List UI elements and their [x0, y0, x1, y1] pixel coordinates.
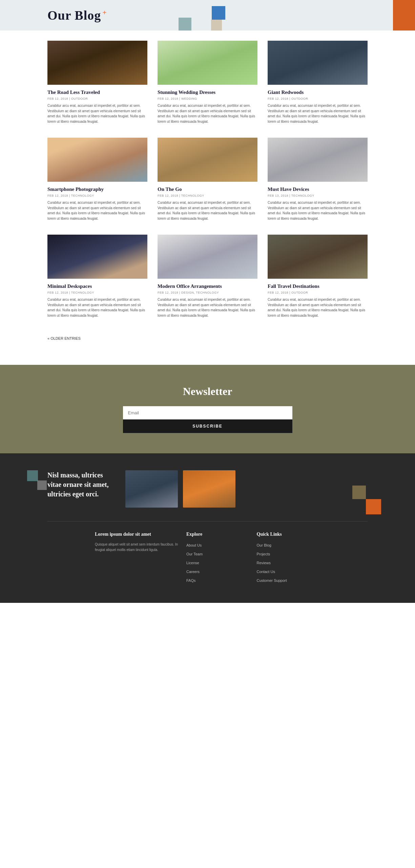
footer-explore-link[interactable]: About Us	[186, 543, 202, 547]
footer-explore-link[interactable]: License	[186, 561, 199, 565]
orange-block-decoration	[393, 0, 415, 31]
blog-card: Fall Travel Destinations FEB 12, 2018 | …	[268, 235, 368, 318]
list-item: Our Blog	[257, 542, 320, 548]
blog-grid: The Road Less Traveled FEB 12, 2018 | OU…	[47, 41, 368, 318]
page-title: Our Blog+	[47, 8, 107, 23]
list-item: About Us	[186, 542, 250, 548]
blog-card-title[interactable]: Modern Office Arrangements	[158, 283, 257, 289]
blog-card-meta: FEB 13, 2018 | TECHNOLOGY	[268, 194, 368, 197]
blog-card-title[interactable]: Minimal Deskspaces	[47, 283, 147, 289]
list-item: License	[186, 559, 250, 566]
blog-card-title[interactable]: The Road Less Traveled	[47, 90, 147, 95]
blog-card-meta: FEB 12, 2018 | TECHNOLOGY	[47, 291, 147, 294]
blog-card-meta: FEB 12, 2018 | OUTDOOR	[47, 97, 147, 100]
blog-card-image	[158, 41, 257, 85]
blog-card: Modern Office Arrangements FEB 12, 2018 …	[158, 235, 257, 318]
footer-quicklink[interactable]: Contact Us	[257, 570, 275, 574]
footer: Nisl massa, ultrices vitae ornare sit am…	[0, 453, 415, 603]
list-item: Contact Us	[257, 568, 320, 574]
footer-quicklinks-col: Quick Links Our BlogProjectsReviewsConta…	[257, 532, 320, 586]
footer-explore-link[interactable]: FAQs	[186, 578, 196, 583]
footer-tan-square	[352, 486, 366, 499]
blog-card-title[interactable]: On The Go	[158, 186, 257, 192]
blog-card-meta: FEB 12, 2018 | TECHNOLOGY	[158, 194, 257, 197]
list-item: Projects	[257, 551, 320, 557]
list-item: Careers	[186, 568, 250, 574]
footer-images	[125, 470, 235, 508]
blog-card-meta: FEB 12, 2018 | OUTDOOR	[268, 291, 368, 294]
footer-explore-link[interactable]: Careers	[186, 570, 200, 574]
blog-card-title[interactable]: Stunning Wedding Dresses	[158, 90, 257, 95]
blog-card-meta: FEB 12, 2018 | OUTDOOR	[268, 97, 368, 100]
blog-card-title[interactable]: Smartphone Photography	[47, 186, 147, 192]
blog-card-image	[158, 235, 257, 279]
list-item: FAQs	[186, 577, 250, 583]
blue-square-decoration	[212, 6, 225, 20]
footer-about-col: Lorem ipsum dolor sit amet Quisque aliqu…	[95, 532, 180, 586]
blog-card-excerpt: Curabitur arcu erat, accumsan id imperdi…	[47, 200, 147, 221]
footer-explore-links: About UsOur TeamLicenseCareersFAQs	[186, 542, 250, 583]
blog-card: Minimal Deskspaces FEB 12, 2018 | TECHNO…	[47, 235, 147, 318]
newsletter-section: Newsletter SUBSCRIBE	[0, 365, 415, 453]
blog-card-excerpt: Curabitur arcu erat, accumsan id imperdi…	[268, 103, 368, 124]
blog-card-excerpt: Curabitur arcu erat, accumsan id imperdi…	[158, 200, 257, 221]
footer-tagline-text: Nisl massa, ultrices vitae ornare sit am…	[47, 470, 115, 499]
blog-card: Smartphone Photography FEB 12, 2018 | TE…	[47, 138, 147, 221]
blog-card: Giant Redwoods FEB 12, 2018 | OUTDOOR Cu…	[268, 41, 368, 124]
footer-about-title: Lorem ipsum dolor sit amet	[95, 532, 180, 537]
footer-quicklinks-title: Quick Links	[257, 532, 320, 537]
blog-card-meta: FEB 12, 2018 | DESIGN, TECHNOLOGY	[158, 291, 257, 294]
blog-card-meta: FEB 12, 2018 | WEDDING	[158, 97, 257, 100]
blog-card-excerpt: Curabitur arcu erat, accumsan id imperdi…	[47, 297, 147, 318]
email-field[interactable]	[123, 406, 292, 419]
teal-block-decoration	[179, 18, 191, 31]
blog-card-image	[268, 235, 368, 279]
blog-card-image	[47, 41, 147, 85]
newsletter-title: Newsletter	[47, 385, 368, 398]
footer-teal-square	[27, 470, 38, 481]
blog-card: The Road Less Traveled FEB 12, 2018 | OU…	[47, 41, 147, 124]
blog-card-image	[268, 138, 368, 182]
footer-quicklink[interactable]: Customer Support	[257, 578, 287, 583]
footer-explore-link[interactable]: Our Team	[186, 552, 203, 556]
footer-image-2	[183, 470, 235, 508]
footer-explore-title: Explore	[186, 532, 250, 537]
page-header: Our Blog+	[0, 0, 415, 31]
blog-card-excerpt: Curabitur arcu erat, accumsan id imperdi…	[268, 297, 368, 318]
blog-section: The Road Less Traveled FEB 12, 2018 | OU…	[0, 31, 415, 332]
footer-bottom: Lorem ipsum dolor sit amet Quisque aliqu…	[47, 521, 368, 586]
older-entries-link[interactable]: « OLDER ENTRIES	[47, 336, 81, 340]
footer-quicklinks-links: Our BlogProjectsReviewsContact UsCustome…	[257, 542, 320, 583]
blog-card-title[interactable]: Must Have Devices	[268, 186, 368, 192]
blog-card-image	[47, 138, 147, 182]
footer-image-1	[125, 470, 178, 508]
blog-card-excerpt: Curabitur arcu erat, accumsan id imperdi…	[158, 297, 257, 318]
footer-explore-col: Explore About UsOur TeamLicenseCareersFA…	[186, 532, 250, 586]
blog-card: Must Have Devices FEB 13, 2018 | TECHNOL…	[268, 138, 368, 221]
blog-card: Stunning Wedding Dresses FEB 12, 2018 | …	[158, 41, 257, 124]
blog-card-title[interactable]: Fall Travel Destinations	[268, 283, 368, 289]
footer-gray-square	[37, 480, 47, 490]
subscribe-button[interactable]: SUBSCRIBE	[123, 419, 292, 433]
tan-block-decoration	[211, 20, 222, 31]
older-entries: « OLDER ENTRIES	[0, 332, 415, 351]
blog-card-title[interactable]: Giant Redwoods	[268, 90, 368, 95]
plus-decoration: +	[102, 8, 107, 17]
blog-card-image	[158, 138, 257, 182]
footer-quicklink[interactable]: Our Blog	[257, 543, 271, 547]
blog-card-image	[268, 41, 368, 85]
blog-card-excerpt: Curabitur arcu erat, accumsan id imperdi…	[268, 200, 368, 221]
list-item: Our Team	[186, 551, 250, 557]
footer-quicklink[interactable]: Reviews	[257, 561, 271, 565]
blog-card-excerpt: Curabitur arcu erat, accumsan id imperdi…	[47, 103, 147, 124]
newsletter-form: SUBSCRIBE	[123, 406, 292, 433]
blog-card-excerpt: Curabitur arcu erat, accumsan id imperdi…	[158, 103, 257, 124]
footer-about-text: Quisque aliquet velit sit amet sem inter…	[95, 542, 180, 553]
footer-tagline: Nisl massa, ultrices vitae ornare sit am…	[47, 470, 115, 499]
footer-orange-square	[366, 499, 381, 514]
footer-quicklink[interactable]: Projects	[257, 552, 270, 556]
list-item: Reviews	[257, 559, 320, 566]
list-item: Customer Support	[257, 577, 320, 583]
blog-card: On The Go FEB 12, 2018 | TECHNOLOGY Cura…	[158, 138, 257, 221]
blog-card-image	[47, 235, 147, 279]
